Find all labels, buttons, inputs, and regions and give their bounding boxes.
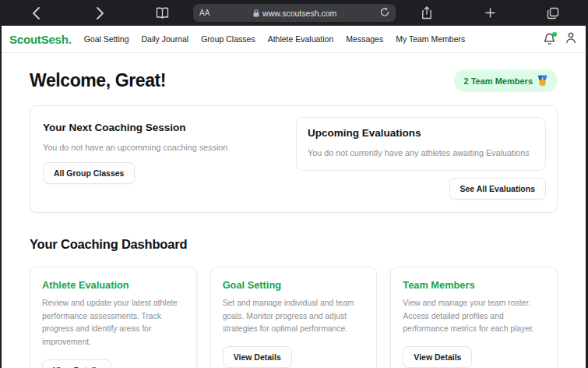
- next-session-title: Your Next Coaching Session: [43, 122, 276, 133]
- card-description: Set and manage individual and team goals…: [223, 297, 365, 336]
- dashboard-cards: Athlete Evaluation Review and update you…: [30, 267, 558, 368]
- nav-item-goal-setting[interactable]: Goal Setting: [84, 34, 129, 44]
- view-details-button[interactable]: View Details: [42, 359, 111, 368]
- tabs-overview-icon[interactable]: [543, 0, 563, 26]
- reload-button[interactable]: [380, 6, 389, 20]
- upcoming-evaluations-card: Upcoming Evaluations You do not currentl…: [296, 117, 546, 171]
- all-group-classes-button[interactable]: All Group Classes: [43, 162, 135, 184]
- forward-button[interactable]: [90, 0, 109, 26]
- view-details-button[interactable]: View Details: [403, 346, 472, 368]
- page-content: ScoutSesh. Goal Setting Daily Journal Gr…: [2, 26, 586, 368]
- welcome-heading: Welcome, Great!: [30, 70, 166, 91]
- browser-toolbar: AA www.scoutsesh.com: [0, 0, 588, 26]
- medal-icon: [537, 75, 548, 87]
- card-team-members: Team Members View and manage your team r…: [390, 267, 558, 368]
- nav-item-messages[interactable]: Messages: [346, 34, 383, 44]
- lock-icon: [253, 9, 259, 17]
- nav-menu: Goal Setting Daily Journal Group Classes…: [84, 34, 478, 44]
- card-title: Goal Setting: [223, 279, 365, 291]
- coaching-session-card: Your Next Coaching Session You do not ha…: [30, 105, 558, 213]
- scoutsesh-logo[interactable]: ScoutSesh.: [9, 33, 72, 46]
- card-title: Athlete Evaluation: [42, 279, 185, 291]
- see-all-evaluations-button[interactable]: See All Evaluations: [449, 178, 546, 200]
- nav-item-athlete-evaluation[interactable]: Athlete Evaluation: [268, 34, 334, 44]
- upcoming-evaluations-message: You do not currently have any athletes a…: [308, 148, 534, 157]
- card-athlete-evaluation: Athlete Evaluation Review and update you…: [30, 267, 197, 368]
- upcoming-evaluations-title: Upcoming Evaluations: [308, 127, 534, 139]
- notification-dot: [552, 32, 557, 37]
- card-goal-setting: Goal Setting Set and manage individual a…: [210, 267, 378, 368]
- site-navbar: ScoutSesh. Goal Setting Daily Journal Gr…: [2, 26, 586, 53]
- new-tab-icon[interactable]: [480, 0, 500, 26]
- card-description: View and manage your team roster. Access…: [403, 297, 545, 336]
- back-button[interactable]: [26, 0, 45, 26]
- address-bar[interactable]: AA www.scoutsesh.com: [193, 4, 396, 22]
- dashboard-main: Welcome, Great! 2 Team Members Your Next…: [2, 53, 586, 368]
- nav-item-daily-journal[interactable]: Daily Journal: [141, 34, 188, 44]
- card-title: Team Members: [403, 279, 545, 291]
- nav-item-my-team-members[interactable]: My Team Members: [396, 34, 465, 44]
- reader-mode-button[interactable]: AA: [199, 9, 209, 17]
- bookmarks-icon[interactable]: [152, 0, 172, 26]
- share-icon[interactable]: [417, 0, 437, 26]
- coaching-dashboard-heading: Your Coaching Dashboard: [30, 237, 558, 252]
- next-session-message: You do not have an upcomming coaching se…: [43, 143, 276, 152]
- nav-item-group-classes[interactable]: Group Classes: [201, 34, 255, 44]
- notifications-bell-icon[interactable]: [544, 33, 555, 45]
- card-description: Review and update your latest athlete pe…: [42, 297, 185, 349]
- account-icon[interactable]: [565, 32, 576, 47]
- url-text: www.scoutsesh.com: [209, 9, 380, 18]
- team-members-badge[interactable]: 2 Team Members: [454, 69, 558, 92]
- view-details-button[interactable]: View Details: [223, 346, 292, 368]
